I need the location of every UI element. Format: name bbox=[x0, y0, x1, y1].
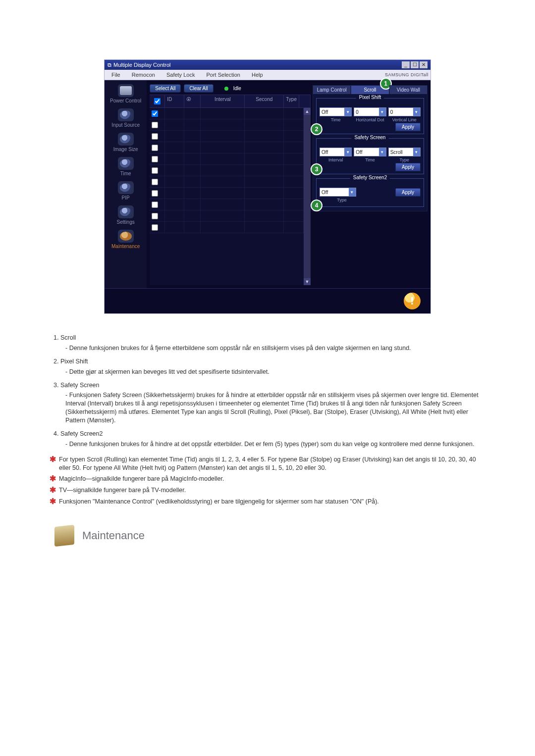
section-title: Maintenance bbox=[82, 528, 145, 543]
menu-port-selection[interactable]: Port Selection bbox=[201, 72, 245, 78]
doc-item-title: Scroll bbox=[60, 334, 76, 341]
menu-file[interactable]: File bbox=[107, 72, 125, 78]
safety-screen2-type-label: Type bbox=[320, 197, 364, 202]
tab-scroll[interactable]: Scroll 1 bbox=[351, 85, 389, 94]
table-row[interactable] bbox=[150, 131, 304, 142]
section-header: Maintenance bbox=[54, 526, 485, 546]
pixel-shift-time-select[interactable]: Off▾ bbox=[320, 107, 352, 116]
star-icon: ✱ bbox=[50, 486, 56, 494]
vertical-scrollbar[interactable]: ▲ ▼ bbox=[304, 108, 311, 285]
table-row[interactable] bbox=[150, 199, 304, 210]
table-row[interactable] bbox=[150, 210, 304, 222]
safety-screen-fieldset: Safety Screen Off▾ Off▾ Scroll▾ Interval… bbox=[316, 138, 424, 174]
table-row[interactable] bbox=[150, 188, 304, 199]
table-row[interactable] bbox=[150, 108, 304, 119]
doc-note-text: For typen Scroll (Rulling) kan elementet… bbox=[59, 455, 485, 472]
sidebar: Power Control Input Source Image Size Ti… bbox=[105, 80, 147, 288]
safety-screen-interval-select[interactable]: Off▾ bbox=[320, 148, 352, 156]
select-all-button[interactable]: Select All bbox=[150, 84, 181, 93]
window-title: Multiple Display Control bbox=[113, 62, 171, 68]
safety-screen-apply-button[interactable]: Apply bbox=[395, 163, 421, 171]
pixel-shift-hdot-select[interactable]: 0▾ bbox=[354, 107, 386, 116]
status-dot-icon bbox=[224, 87, 228, 91]
table-row[interactable] bbox=[150, 119, 304, 131]
sidebar-item-power-control[interactable]: Power Control bbox=[105, 83, 147, 106]
pixel-shift-vline-label: Vertical Line bbox=[388, 116, 421, 122]
app-window: ⧉ Multiple Display Control _ ☐ ✕ File Re… bbox=[104, 59, 431, 314]
doc-note: ✱For typen Scroll (Rulling) kan elemente… bbox=[50, 455, 485, 472]
safety-screen-type-select[interactable]: Scroll▾ bbox=[388, 148, 421, 156]
header-checkbox[interactable] bbox=[154, 98, 160, 104]
safety-screen2-apply-button[interactable]: Apply bbox=[395, 188, 421, 197]
doc-item-safety-screen2: Safety Screen2 - Denne funksjonen brukes… bbox=[60, 430, 485, 449]
clear-all-button[interactable]: Clear All bbox=[184, 84, 213, 93]
row-checkbox[interactable] bbox=[152, 224, 158, 231]
sidebar-item-input-source[interactable]: Input Source bbox=[105, 107, 147, 131]
col-second[interactable]: Second bbox=[245, 95, 284, 107]
col-id[interactable]: ID bbox=[165, 95, 184, 107]
star-icon: ✱ bbox=[50, 475, 56, 483]
app-icon: ⧉ bbox=[107, 62, 111, 68]
title-bar: ⧉ Multiple Display Control _ ☐ ✕ bbox=[105, 60, 430, 70]
doc-item-pixel-shift: Pixel Shift - Dette gjør at skjermen kan… bbox=[60, 357, 485, 376]
pixel-shift-title: Pixel Shift bbox=[356, 95, 384, 100]
close-button[interactable]: ✕ bbox=[420, 61, 428, 68]
maximize-button[interactable]: ☐ bbox=[411, 61, 419, 68]
maintenance-icon bbox=[118, 230, 134, 243]
row-checkbox[interactable] bbox=[152, 167, 158, 174]
safety-screen-interval-label: Interval bbox=[320, 156, 352, 162]
scroll-up-icon[interactable]: ▲ bbox=[304, 108, 311, 115]
scroll-down-icon[interactable]: ▼ bbox=[304, 278, 311, 285]
menu-help[interactable]: Help bbox=[247, 72, 268, 78]
callout-3: 3 bbox=[311, 163, 322, 175]
grid-header: ID ⦿ Interval Second Type bbox=[150, 95, 311, 108]
minimize-button[interactable]: _ bbox=[402, 61, 410, 68]
pixel-shift-apply-button[interactable]: Apply bbox=[395, 123, 421, 131]
row-checkbox[interactable] bbox=[152, 179, 158, 185]
doc-note-text: TV—signalkilde fungerer bare på TV-model… bbox=[59, 486, 186, 495]
col-interval[interactable]: Interval bbox=[201, 95, 245, 107]
sidebar-item-time[interactable]: Time bbox=[105, 156, 147, 179]
sidebar-item-label: PIP bbox=[122, 195, 130, 201]
table-row[interactable] bbox=[150, 222, 304, 233]
tab-video-wall[interactable]: Video Wall bbox=[389, 85, 428, 94]
sidebar-item-image-size[interactable]: Image Size bbox=[105, 132, 147, 155]
table-row[interactable] bbox=[150, 165, 304, 176]
safety-screen2-type-select[interactable]: Off▾ bbox=[320, 188, 356, 197]
star-icon: ✱ bbox=[50, 455, 56, 463]
row-checkbox[interactable] bbox=[152, 133, 158, 140]
row-checkbox[interactable] bbox=[152, 190, 158, 197]
sidebar-item-settings[interactable]: Settings bbox=[105, 204, 147, 228]
tab-lamp-control[interactable]: Lamp Control bbox=[313, 85, 351, 94]
chevron-down-icon: ▾ bbox=[379, 108, 386, 116]
col-type[interactable]: Type bbox=[284, 95, 299, 107]
power-icon bbox=[118, 84, 134, 97]
row-checkbox[interactable] bbox=[152, 145, 158, 151]
safety-screen-time-label: Time bbox=[354, 156, 386, 162]
row-checkbox[interactable] bbox=[152, 122, 158, 128]
pixel-shift-fieldset: Pixel Shift Off▾ 0▾ 0▾ Time Horizontal D… bbox=[316, 98, 424, 134]
menu-remocon[interactable]: Remocon bbox=[127, 72, 160, 78]
chevron-down-icon: ▾ bbox=[379, 148, 386, 156]
table-row[interactable] bbox=[150, 142, 304, 153]
status-label: Idle bbox=[233, 86, 241, 91]
doc-item-title: Safety Screen bbox=[60, 382, 100, 389]
row-checkbox[interactable] bbox=[152, 202, 158, 208]
table-row[interactable] bbox=[150, 176, 304, 188]
pixel-shift-vline-select[interactable]: 0▾ bbox=[388, 107, 421, 116]
doc-note-text: MagicInfo—signalkilde fungerer bare på M… bbox=[59, 475, 224, 483]
sidebar-item-label: Input Source bbox=[111, 122, 140, 128]
sidebar-item-pip[interactable]: PIP bbox=[105, 180, 147, 203]
row-checkbox[interactable] bbox=[152, 213, 158, 219]
sidebar-item-maintenance[interactable]: Maintenance bbox=[105, 229, 147, 252]
size-icon bbox=[118, 133, 134, 146]
table-row[interactable] bbox=[150, 153, 304, 165]
row-checkbox[interactable] bbox=[152, 156, 158, 162]
brand-label: SAMSUNG DIGITall bbox=[385, 72, 428, 77]
safety-screen-time-select[interactable]: Off▾ bbox=[354, 148, 386, 156]
sidebar-item-label: Image Size bbox=[113, 147, 138, 152]
menu-safety-lock[interactable]: Safety Lock bbox=[161, 72, 200, 78]
star-icon: ✱ bbox=[50, 498, 56, 505]
row-checkbox[interactable] bbox=[152, 110, 158, 117]
safety-screen-type-label: Type bbox=[388, 156, 421, 162]
